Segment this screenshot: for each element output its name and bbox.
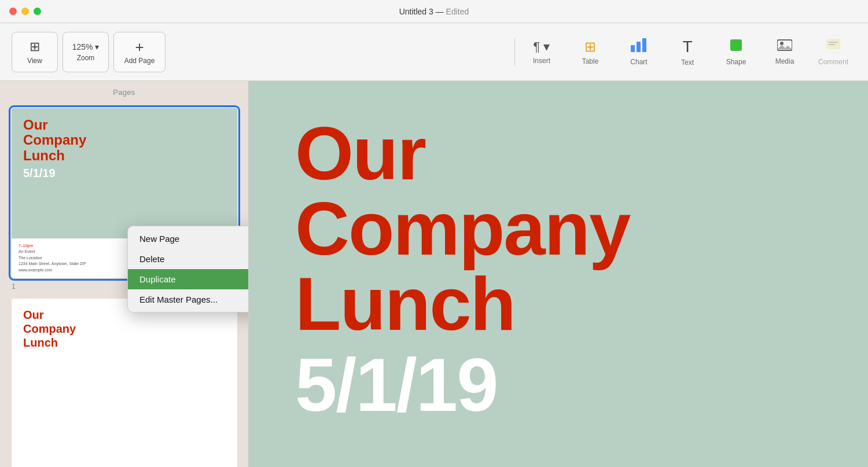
canvas-page: Our Company Lunch 5/1/19	[249, 81, 868, 467]
zoom-icon: 125% ▾	[72, 42, 100, 52]
text-label: Text	[681, 58, 694, 67]
edited-label: Edited	[446, 7, 469, 16]
page-1-date: 5/1/19	[23, 167, 226, 180]
page-2-thumbnail[interactable]: Our Company Lunch	[12, 299, 237, 467]
shape-label: Shape	[726, 58, 746, 66]
table-label: Table	[582, 57, 599, 65]
page-2-wrapper: Our Company Lunch	[12, 299, 237, 467]
chart-button[interactable]: Chart	[616, 32, 662, 72]
toolbar: ⊞ View 125% ▾ Zoom + Add Page ¶ ▾ Insert…	[0, 23, 868, 81]
table-button[interactable]: ⊞ Table	[567, 32, 613, 72]
view-icon: ⊞	[30, 39, 40, 54]
media-icon	[777, 39, 792, 55]
main-area: Pages Our Company Lunch 5/1/19	[0, 81, 868, 467]
maximize-button[interactable]	[34, 8, 41, 15]
document-name: Untitled 3	[399, 7, 433, 16]
chart-label: Chart	[630, 58, 647, 66]
media-label: Media	[775, 57, 795, 65]
page-1-title: Our Company Lunch	[23, 117, 226, 163]
shape-icon	[729, 38, 743, 56]
context-menu-duplicate[interactable]: Duplicate	[128, 269, 249, 289]
sidebar-header: Pages	[0, 81, 248, 102]
text-button[interactable]: T Text	[664, 32, 711, 72]
title-separator: —	[436, 7, 446, 16]
media-button[interactable]: Media	[762, 32, 808, 72]
context-menu: New Page Delete Duplicate Edit Master Pa…	[127, 226, 249, 312]
window-controls	[9, 8, 41, 15]
chart-icon	[631, 38, 647, 56]
minimize-button[interactable]	[21, 8, 29, 15]
context-menu-new-page[interactable]: New Page	[128, 229, 249, 249]
view-label: View	[27, 57, 42, 65]
canvas-area[interactable]: Our Company Lunch 5/1/19	[249, 81, 868, 467]
comment-label: Comment	[818, 58, 848, 66]
page-number-1: 1	[12, 282, 16, 291]
comment-icon	[826, 38, 841, 56]
svg-rect-2	[642, 38, 646, 52]
toolbar-separator	[514, 38, 515, 67]
table-icon: ⊞	[584, 39, 596, 55]
zoom-label: Zoom	[77, 54, 95, 62]
insert-label: Insert	[533, 57, 550, 65]
page-2-title: Our Company Lunch	[23, 308, 226, 350]
insert-button[interactable]: ¶ ▾ Insert	[518, 32, 565, 72]
sidebar: Pages Our Company Lunch 5/1/19	[0, 81, 249, 467]
page-1-top: Our Company Lunch 5/1/19	[12, 108, 237, 238]
view-button[interactable]: ⊞ View	[12, 32, 58, 72]
text-icon: T	[682, 38, 692, 56]
context-menu-delete[interactable]: Delete	[128, 249, 249, 269]
insert-icon: ¶ ▾	[534, 39, 550, 54]
toolbar-right: ¶ ▾ Insert ⊞ Table Chart T Text	[518, 32, 856, 72]
toolbar-left: ⊞ View 125% ▾ Zoom + Add Page	[12, 32, 165, 72]
close-button[interactable]	[9, 8, 17, 15]
add-page-label: Add Page	[124, 57, 155, 65]
svg-rect-0	[631, 45, 635, 52]
canvas-date: 5/1/19	[295, 347, 822, 422]
add-page-button[interactable]: + Add Page	[113, 32, 165, 72]
shape-button[interactable]: Shape	[713, 32, 759, 72]
svg-rect-3	[730, 39, 742, 51]
zoom-button[interactable]: 125% ▾ Zoom	[62, 32, 109, 72]
title-bar: Untitled 3 — Edited	[0, 0, 868, 23]
comment-button[interactable]: Comment	[810, 32, 856, 72]
zoom-value: 125%	[72, 42, 93, 52]
window-title: Untitled 3 — Edited	[399, 7, 469, 16]
add-page-icon: +	[135, 39, 144, 54]
context-menu-edit-master[interactable]: Edit Master Pages...	[128, 289, 249, 310]
svg-point-5	[780, 42, 784, 45]
canvas-title: Our Company Lunch	[295, 116, 822, 341]
svg-rect-1	[637, 42, 641, 52]
